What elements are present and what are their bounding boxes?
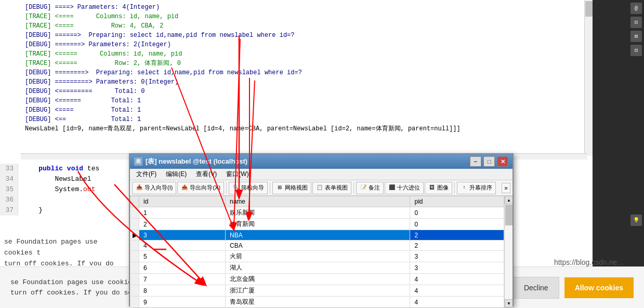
grid-icon: ⊞	[276, 184, 283, 192]
decline-button[interactable]: Decline	[513, 277, 559, 299]
sort-button[interactable]: ↑升幕排序	[457, 182, 496, 194]
log-line: [DEBUG] =======> Parameters: 2(Integer)	[25, 40, 583, 49]
dialog-toolbar: 📥导入向导(I) 📤导出向导(X) 🔍筛检向导 ⊞网格视图 📋表单视图 📝备注 …	[130, 180, 512, 196]
col-indicator	[130, 196, 139, 207]
code-line: 36	[0, 195, 130, 205]
log-line: [DEBUG] ====> Parameters: 4(Integer)	[25, 3, 583, 12]
import-wizard-button[interactable]: 📥导入向导(I)	[132, 182, 176, 194]
scrollbar-thumb[interactable]	[585, 1, 593, 17]
table-icon: 表	[134, 157, 142, 166]
cell-name: 娱乐新闻	[226, 207, 410, 219]
table-row[interactable]: 6 湖人 3	[130, 262, 504, 274]
archive-text: se Foundation pages use cookies t	[4, 237, 126, 259]
cell-name: 火箭	[226, 251, 410, 262]
menu-window[interactable]: 窗口(W)	[222, 169, 253, 180]
menu-view[interactable]: 查看(V)	[192, 169, 221, 180]
archive-notice: se Foundation pages use cookies t turn o…	[0, 234, 130, 265]
line-number: 34	[0, 174, 18, 184]
sidebar-icon-5[interactable]: 💡	[630, 215, 642, 226]
table-row[interactable]: ▶ 3 NBA 2	[130, 230, 504, 240]
dialog-titlebar[interactable]: 表 [表] newslabel @test (localhost) − □ ✕	[130, 154, 512, 169]
scroll-up-button[interactable]: ▲	[505, 196, 512, 204]
code-line: 35 System.out	[0, 184, 130, 195]
cell-pid: 4	[410, 274, 504, 285]
sidebar-icon-3[interactable]: ⊞	[630, 31, 642, 42]
notes-button[interactable]: 📝备注	[356, 182, 384, 194]
cell-pid: 0	[410, 207, 504, 219]
row-indicator	[130, 207, 139, 219]
table-scroll[interactable]: id name pid 1 娱乐新闻 0 2 体育新闻	[130, 196, 504, 307]
db-dialog: 表 [表] newslabel @test (localhost) − □ ✕ …	[129, 153, 514, 306]
close-button[interactable]: ✕	[497, 156, 508, 167]
cell-id: 9	[139, 297, 226, 308]
line-number: 37	[0, 205, 18, 216]
log-console: [DEBUG] ====> Parameters: 4(Integer) [TR…	[21, 0, 587, 156]
cell-pid: 2	[410, 240, 504, 251]
table-row[interactable]: 4 CBA 2	[130, 240, 504, 251]
log-scrollbar[interactable]	[584, 0, 593, 156]
cell-pid: 2	[410, 230, 504, 240]
toolbar-expand-button[interactable]: »	[502, 183, 510, 193]
sidebar-icon-4[interactable]: ⊟	[630, 45, 642, 56]
log-line: [DEBUG] <== Total: 1	[25, 115, 583, 124]
row-indicator	[130, 285, 139, 297]
row-indicator	[130, 240, 139, 251]
log-line: [TRACE] <==== Row: 4, CBA, 2	[25, 21, 583, 31]
table-row[interactable]: 5 火箭 3	[130, 251, 504, 262]
line-number: 33	[0, 164, 18, 174]
table-vscrollbar[interactable]: ▲ ▼	[504, 196, 512, 307]
scroll-thumb[interactable]	[505, 205, 512, 225]
export-wizard-button[interactable]: 📤导出向导(X)	[177, 182, 224, 194]
allow-cookies-button[interactable]: Allow cookies	[564, 277, 634, 298]
scroll-down-button[interactable]: ▼	[505, 299, 512, 307]
row-indicator: ▶	[130, 230, 139, 240]
cell-pid: 4	[410, 297, 504, 308]
toolbar-separator	[454, 182, 455, 194]
window-controls: − □ ✕	[470, 156, 508, 167]
row-indicator	[130, 251, 139, 262]
table-area: id name pid 1 娱乐新闻 0 2 体育新闻	[130, 196, 512, 307]
menu-file[interactable]: 文件(F)	[132, 169, 161, 180]
log-line: [DEBUG] ======> Preparing: select id,nam…	[25, 31, 583, 40]
cell-name: 体育新闻	[226, 219, 410, 230]
cell-name: CBA	[226, 240, 410, 251]
data-table: id name pid 1 娱乐新闻 0 2 体育新闻	[130, 196, 504, 307]
hex-icon: ⬛	[388, 184, 396, 192]
cell-id: 7	[139, 274, 226, 285]
cell-id: 3	[139, 230, 226, 240]
sort-icon: ↑	[461, 184, 468, 192]
grid-view-button[interactable]: ⊞网格视图	[272, 182, 311, 194]
line-number: 36	[0, 195, 18, 205]
form-icon: 📋	[316, 184, 323, 192]
line-content: }	[18, 205, 43, 216]
maximize-button[interactable]: □	[483, 156, 495, 167]
log-line: [DEBUG] <====== Total: 1	[25, 96, 583, 105]
notes-icon: 📝	[360, 184, 367, 192]
line-content: NewsLabel	[18, 174, 91, 184]
cell-id: 4	[139, 240, 226, 251]
table-row[interactable]: 9 青岛双星 4	[130, 297, 504, 308]
line-content: System.out	[18, 184, 95, 195]
table-row[interactable]: 8 浙江广厦 4	[130, 285, 504, 297]
row-indicator	[130, 219, 139, 230]
csdn-watermark: https://blog.csdn.ne...	[554, 258, 623, 266]
row-indicator	[130, 297, 139, 308]
minimize-button[interactable]: −	[470, 156, 481, 167]
hex-button[interactable]: ⬛十六进位	[385, 182, 424, 194]
code-line: 34 NewsLabel	[0, 174, 130, 184]
form-view-button[interactable]: 📋表单视图	[312, 182, 351, 194]
log-line: [DEBUG] ========> Preparing: select id,n…	[25, 68, 583, 77]
cell-id: 1	[139, 207, 226, 219]
filter-wizard-button[interactable]: 🔍筛检向导	[229, 182, 268, 194]
scroll-track[interactable]	[505, 204, 512, 299]
sidebar-icon-2[interactable]: ⊡	[630, 17, 642, 28]
log-line: [DEBUG] =========> Parameters: 0(Integer…	[25, 77, 583, 87]
table-row[interactable]: 7 北京金隅 4	[130, 274, 504, 285]
cell-pid: 0	[410, 219, 504, 230]
export-icon: 📤	[181, 184, 188, 192]
table-row[interactable]: 2 体育新闻 0	[130, 219, 504, 230]
menu-edit[interactable]: 编辑(E)	[162, 169, 191, 180]
image-button[interactable]: 🖼图像	[425, 182, 452, 194]
table-row[interactable]: 1 娱乐新闻 0	[130, 207, 504, 219]
sidebar-icon-1[interactable]: @	[630, 3, 642, 14]
